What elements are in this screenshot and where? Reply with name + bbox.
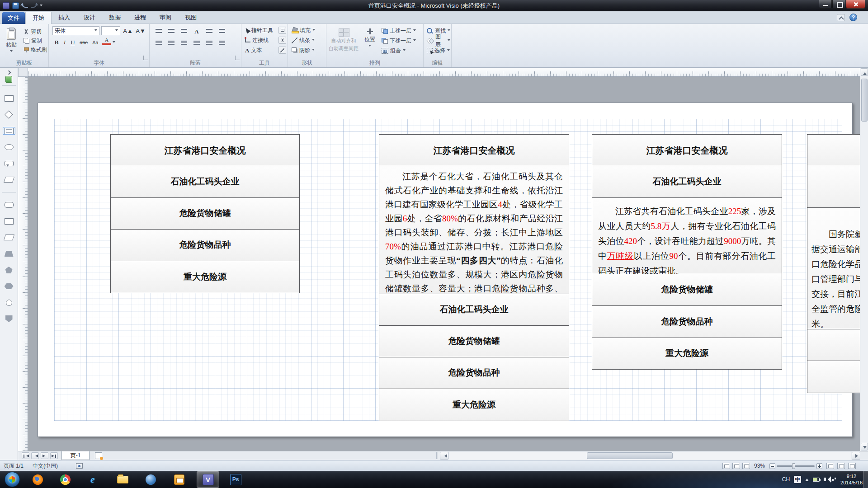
shape-col2-row3[interactable]: 危险货物品种: [379, 357, 569, 389]
scrollbar-splitter[interactable]: [436, 452, 439, 459]
taskbar-visio-active[interactable]: V: [197, 471, 219, 488]
zoom-slider-thumb[interactable]: [792, 463, 795, 469]
taskbar-chrome[interactable]: [54, 471, 76, 488]
align-center-button[interactable]: [166, 38, 177, 48]
scroll-right-icon[interactable]: [852, 452, 860, 460]
shrink-font-button[interactable]: A▼: [135, 26, 146, 35]
shape-col1-row4[interactable]: 重大危险源: [110, 261, 300, 293]
underline-button[interactable]: U: [69, 38, 77, 47]
drawing-canvas[interactable]: 江苏省港口安全概况 石油化工码头企业 危险货物储罐 危险货物品种 重大危险源 江…: [28, 77, 860, 451]
scroll-left-icon[interactable]: [440, 452, 448, 460]
taskbar-app[interactable]: [139, 471, 162, 488]
full-screen-icon[interactable]: [848, 463, 856, 469]
battery-icon[interactable]: [813, 478, 820, 482]
text-direction-button[interactable]: A: [191, 26, 202, 36]
shape-col4-row2[interactable]: [807, 166, 860, 208]
fill-button[interactable]: 填充: [291, 26, 316, 34]
font-name-combo[interactable]: 宋体: [52, 26, 99, 35]
distribute-button[interactable]: [204, 38, 215, 48]
save-icon[interactable]: [12, 2, 19, 9]
italic-button[interactable]: I: [61, 38, 68, 47]
align-right-button[interactable]: [179, 38, 189, 48]
horizontal-scrollbar-thumb[interactable]: [587, 452, 673, 459]
expand-shapes-panel-icon[interactable]: [7, 70, 11, 75]
ime-mode-icon[interactable]: 中: [794, 476, 801, 483]
taskbar-outlook[interactable]: [168, 471, 190, 488]
network-icon[interactable]: [830, 477, 836, 482]
first-page-button[interactable]: [22, 452, 29, 459]
minimize-button[interactable]: [819, 0, 832, 9]
auto-align-space-button[interactable]: 自动对齐和 自动调整间距: [328, 25, 359, 61]
stencil-shape-shield[interactable]: [3, 315, 15, 323]
strikethrough-button[interactable]: abc: [78, 38, 90, 47]
tab-process[interactable]: 进程: [127, 11, 153, 24]
stencil-shape-trapezoid[interactable]: [3, 250, 15, 258]
stencil-shape-rectangle-2[interactable]: [3, 217, 15, 225]
zoom-in-icon[interactable]: [816, 463, 822, 469]
grow-font-button[interactable]: A▲: [122, 26, 134, 35]
shape-col3-row2[interactable]: 危险货物品种: [592, 305, 782, 338]
format-painter-button[interactable]: 格式刷: [23, 46, 48, 54]
stencil-shape-rounded-rectangle[interactable]: [3, 201, 15, 209]
pencil-tool-button[interactable]: [278, 47, 286, 54]
fit-page-icon[interactable]: [826, 463, 834, 469]
shape-col2-header[interactable]: 江苏省港口安全概况: [379, 134, 569, 166]
stencil-shape-parallelogram[interactable]: [3, 176, 15, 183]
justify-button[interactable]: [191, 38, 202, 48]
taskbar-explorer[interactable]: [111, 471, 134, 488]
line-spacing-button[interactable]: [217, 38, 227, 48]
shape-col3-row1[interactable]: 危险货物储罐: [592, 274, 782, 306]
font-color-dropdown-icon[interactable]: [113, 41, 115, 44]
paragraph-spacing-button[interactable]: [204, 26, 215, 36]
page-indicator[interactable]: 页面 1/1: [4, 460, 24, 471]
stencil-shape-callout[interactable]: [3, 160, 15, 167]
shape-col3-paragraph[interactable]: 江苏省共有石油化工码头企业225家，涉及从业人员大约5.8万人，拥有专业化石油化…: [592, 197, 782, 274]
zoom-slider[interactable]: [777, 465, 815, 467]
connector-tool-button[interactable]: 连接线: [244, 36, 269, 44]
undo-icon[interactable]: [22, 3, 28, 8]
next-page-button[interactable]: [41, 452, 48, 459]
stencil-shape-circle[interactable]: [3, 299, 15, 306]
qat-customize-icon[interactable]: [40, 5, 42, 8]
view-mode-icon-1[interactable]: [722, 463, 730, 469]
taskbar-internet-explorer[interactable]: e: [81, 471, 104, 488]
stencil-shape-parallelogram-2[interactable]: [3, 234, 15, 241]
copy-button[interactable]: 复制: [23, 37, 43, 45]
bullets-button[interactable]: [153, 26, 164, 36]
shape-col3-row-top[interactable]: 石油化工码头企业: [592, 166, 782, 198]
send-backward-button[interactable]: 下移一层: [381, 37, 417, 45]
shape-col3-row3[interactable]: 重大危险源: [592, 338, 782, 370]
visio-app-icon[interactable]: [3, 2, 9, 9]
connection-point-tool-button[interactable]: [278, 37, 286, 44]
shape-col1-row3[interactable]: 危险货物品种: [110, 229, 300, 261]
increase-indent-button[interactable]: [179, 26, 189, 36]
redo-icon[interactable]: [31, 3, 37, 8]
shape-col2-row2[interactable]: 危险货物储罐: [379, 325, 569, 357]
macro-record-icon[interactable]: [76, 463, 83, 469]
align-left-button[interactable]: [153, 38, 164, 48]
zoom-out-icon[interactable]: [769, 463, 775, 469]
shape-col1-header[interactable]: 江苏省港口安全概况: [110, 134, 300, 166]
change-case-button[interactable]: Aa: [90, 38, 100, 47]
taskbar-firefox[interactable]: [26, 471, 49, 488]
horizontal-scrollbar[interactable]: [449, 452, 851, 460]
stencil-shape-framed-rectangle-selected[interactable]: [3, 127, 15, 135]
tab-view[interactable]: 视图: [178, 11, 203, 24]
shape-col2-row1[interactable]: 石油化工码头企业: [379, 294, 569, 326]
shape-col1-row1[interactable]: 石油化工码头企业: [110, 166, 300, 198]
zoom-level[interactable]: 93%: [754, 460, 765, 471]
show-desktop-button[interactable]: [863, 471, 868, 488]
hidden-icons-chevron[interactable]: [805, 477, 809, 481]
page-tab[interactable]: 页-1: [61, 451, 90, 460]
shape-col4-row3[interactable]: [807, 329, 860, 361]
last-page-button[interactable]: [50, 452, 58, 459]
text-tool-button[interactable]: A文本: [244, 46, 263, 54]
layers-button[interactable]: 图层: [426, 37, 451, 45]
close-button[interactable]: [846, 0, 865, 9]
tab-insert[interactable]: 插入: [52, 11, 77, 24]
decrease-indent-button[interactable]: [166, 26, 177, 36]
file-tab[interactable]: 文件: [2, 12, 25, 24]
paste-button[interactable]: 粘贴: [2, 25, 21, 61]
taskbar-clock[interactable]: 9:12 2014/5/16: [840, 473, 863, 486]
shape-col4-row1[interactable]: [807, 134, 860, 166]
